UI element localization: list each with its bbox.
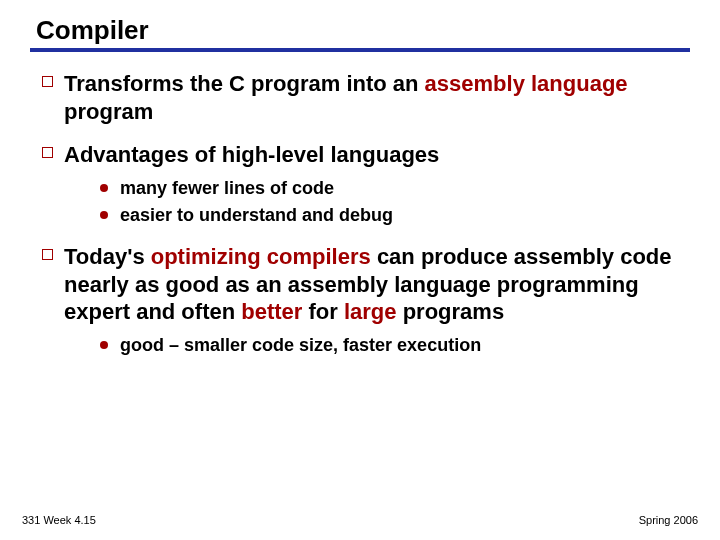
text-fragment: for: [302, 299, 344, 324]
sub-bullet-fewer-lines: many fewer lines of code: [100, 177, 690, 200]
bullet-item-transforms: Transforms the C program into an assembl…: [42, 70, 690, 125]
text-fragment: Transforms the C program into an: [64, 71, 425, 96]
sub-bullet-list: good – smaller code size, faster executi…: [64, 334, 690, 357]
slide: Compiler Transforms the C program into a…: [0, 0, 720, 540]
slide-title: Compiler: [30, 15, 690, 52]
footer-left: 331 Week 4.15: [22, 514, 96, 526]
text-fragment: program: [64, 99, 153, 124]
bullet-item-advantages: Advantages of high-level languages many …: [42, 141, 690, 227]
sub-bullet-good: good – smaller code size, faster executi…: [100, 334, 690, 357]
bullet-item-optimizing: Today's optimizing compilers can produce…: [42, 243, 690, 357]
text-fragment: Advantages of high-level languages: [64, 142, 439, 167]
highlight-text: large: [344, 299, 397, 324]
sub-bullet-easier-debug: easier to understand and debug: [100, 204, 690, 227]
footer-right: Spring 2006: [639, 514, 698, 526]
bullet-list: Transforms the C program into an assembl…: [30, 70, 690, 357]
highlight-text: optimizing compilers: [151, 244, 371, 269]
highlight-text: assembly language: [425, 71, 628, 96]
highlight-text: better: [241, 299, 302, 324]
text-fragment: programs: [397, 299, 505, 324]
text-fragment: Today's: [64, 244, 151, 269]
sub-bullet-list: many fewer lines of code easier to under…: [64, 177, 690, 228]
